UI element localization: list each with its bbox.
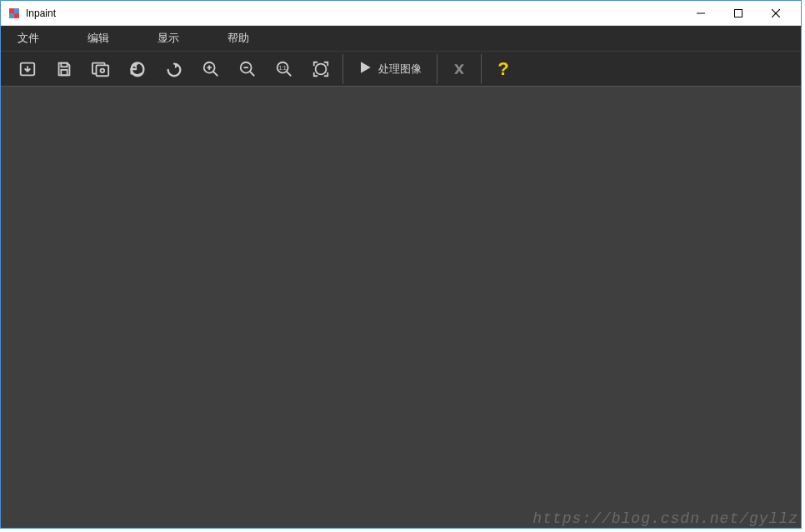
redo-button[interactable] — [156, 52, 192, 87]
svg-rect-0 — [9, 8, 14, 13]
help-icon: ? — [498, 58, 508, 80]
maximize-button[interactable] — [719, 1, 757, 26]
svg-text:1:1: 1:1 — [279, 64, 287, 70]
play-icon — [357, 59, 373, 78]
zoom-out-icon — [238, 60, 257, 78]
minimize-button[interactable] — [682, 1, 719, 26]
zoom-fit-button[interactable] — [302, 52, 339, 87]
cancel-button[interactable] — [441, 52, 478, 87]
svg-rect-5 — [734, 9, 742, 17]
zoom-actual-icon: 1:1 — [275, 60, 293, 78]
cancel-icon — [451, 61, 468, 77]
svg-line-19 — [250, 71, 255, 76]
open-icon — [18, 60, 37, 78]
zoom-in-icon — [202, 60, 220, 78]
svg-rect-1 — [14, 8, 19, 13]
zoom-out-button[interactable] — [229, 52, 266, 87]
save-button[interactable] — [46, 52, 82, 87]
svg-rect-10 — [61, 69, 67, 74]
help-button[interactable]: ? — [485, 52, 522, 87]
compare-button[interactable] — [82, 52, 119, 87]
menu-edit[interactable]: 编辑 — [79, 31, 132, 46]
zoom-in-button[interactable] — [192, 52, 229, 87]
process-label: 处理图像 — [378, 62, 422, 77]
watermark: https://blog.csdn.net/gyllz — [532, 510, 798, 527]
window-controls — [682, 1, 794, 26]
compare-icon — [91, 60, 111, 78]
svg-line-15 — [213, 71, 218, 76]
zoom-fit-icon — [312, 60, 330, 78]
canvas-area[interactable] — [1, 86, 801, 528]
close-button[interactable] — [757, 1, 794, 26]
redo-icon — [165, 60, 183, 78]
svg-rect-2 — [9, 13, 14, 18]
app-window: Inpaint 文件 编辑 显示 帮助 — [0, 0, 802, 529]
svg-rect-12 — [97, 65, 109, 76]
undo-button[interactable] — [119, 52, 156, 87]
svg-point-24 — [316, 63, 327, 74]
toolbar-separator — [437, 54, 438, 84]
toolbar: 1:1 处理图像 — [1, 51, 801, 86]
svg-rect-9 — [61, 62, 67, 67]
app-title: Inpaint — [26, 7, 682, 19]
menu-help[interactable]: 帮助 — [219, 31, 272, 46]
svg-rect-3 — [14, 13, 19, 18]
menubar: 文件 编辑 显示 帮助 — [1, 26, 801, 51]
undo-icon — [128, 60, 147, 78]
toolbar-separator — [481, 54, 482, 84]
titlebar: Inpaint — [1, 1, 801, 26]
zoom-actual-button[interactable]: 1:1 — [266, 52, 302, 87]
toolbar-separator — [342, 54, 343, 84]
save-icon — [55, 60, 73, 78]
app-icon — [8, 7, 21, 20]
menu-view[interactable]: 显示 — [149, 31, 202, 46]
open-button[interactable] — [9, 52, 46, 87]
menu-file[interactable]: 文件 — [9, 31, 62, 46]
process-image-button[interactable]: 处理图像 — [347, 52, 433, 87]
svg-line-22 — [287, 71, 292, 76]
